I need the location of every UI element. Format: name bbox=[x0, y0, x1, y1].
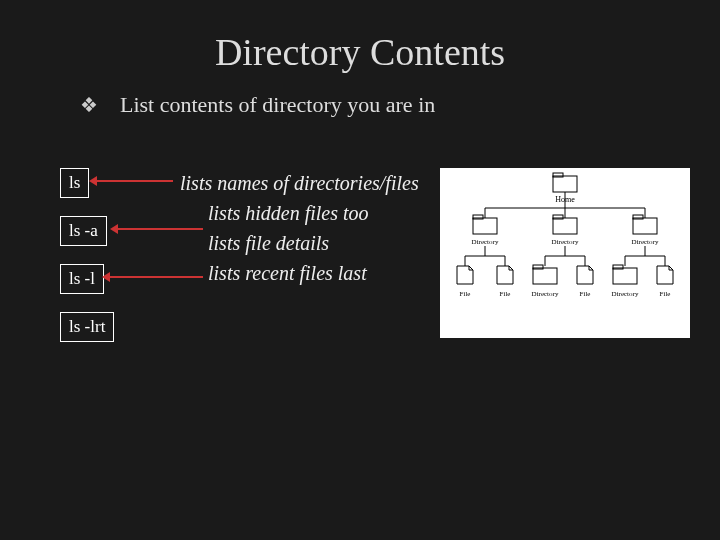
desc-ls: lists names of directories/files bbox=[180, 168, 419, 198]
svg-rect-13 bbox=[633, 218, 657, 234]
slide: Directory Contents ❖ List contents of di… bbox=[0, 0, 720, 540]
descriptions: lists names of directories/files lists h… bbox=[180, 168, 419, 288]
content-area: ls ls -a ls -l ls -lrt lists names of di… bbox=[0, 158, 720, 518]
svg-rect-10 bbox=[553, 218, 577, 234]
svg-text:File: File bbox=[500, 290, 511, 298]
desc-ls-l: lists file details bbox=[208, 228, 419, 258]
svg-rect-30 bbox=[533, 268, 557, 284]
page-title: Directory Contents bbox=[0, 0, 720, 84]
directory-tree-diagram: Home Directory Directory bbox=[440, 168, 690, 338]
svg-text:Directory: Directory bbox=[532, 290, 559, 298]
svg-text:File: File bbox=[460, 290, 471, 298]
desc-ls-lrt: lists recent files last bbox=[208, 258, 419, 288]
svg-rect-34 bbox=[613, 268, 637, 284]
svg-text:File: File bbox=[660, 290, 671, 298]
command-ls-a: ls -a bbox=[60, 216, 107, 246]
svg-text:Directory: Directory bbox=[632, 238, 659, 246]
svg-text:Directory: Directory bbox=[552, 238, 579, 246]
command-ls-l: ls -l bbox=[60, 264, 104, 294]
subtitle-text: List contents of directory you are in bbox=[120, 92, 435, 118]
svg-rect-0 bbox=[553, 176, 577, 192]
svg-text:Directory: Directory bbox=[472, 238, 499, 246]
desc-ls-a: lists hidden files too bbox=[208, 198, 419, 228]
svg-text:File: File bbox=[580, 290, 591, 298]
command-ls: ls bbox=[60, 168, 89, 198]
subtitle-row: ❖ List contents of directory you are in bbox=[80, 92, 720, 118]
bullet-icon: ❖ bbox=[80, 93, 98, 117]
svg-text:Directory: Directory bbox=[612, 290, 639, 298]
arrow-icon bbox=[95, 180, 173, 182]
svg-rect-7 bbox=[473, 218, 497, 234]
command-ls-lrt: ls -lrt bbox=[60, 312, 114, 342]
